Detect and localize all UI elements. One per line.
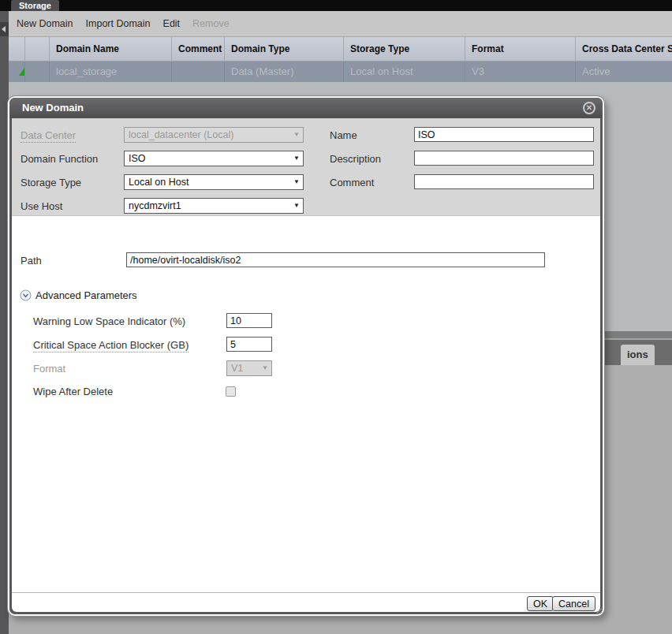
row-domain-type: Data (Master) bbox=[225, 62, 344, 82]
header-domain-name[interactable]: Domain Name bbox=[50, 37, 172, 62]
table-row-local-storage[interactable]: local_storage Data (Master) Local on Hos… bbox=[9, 62, 672, 82]
use-host-select[interactable]: nycdmzvirt1 ▼ bbox=[124, 198, 304, 214]
import-domain-button[interactable]: Import Domain bbox=[86, 18, 151, 29]
storage-type-label: Storage Type bbox=[21, 175, 81, 191]
format-select[interactable]: V1 ▼ bbox=[226, 360, 272, 376]
use-host-label: Use Host bbox=[21, 199, 62, 214]
cancel-button[interactable]: Cancel bbox=[552, 596, 595, 611]
storage-toolbar: New Domain Import Domain Edit Remove bbox=[9, 11, 672, 37]
warning-low-space-input[interactable] bbox=[226, 313, 272, 328]
row-storage-type: Local on Host bbox=[344, 62, 465, 82]
dropdown-arrow-icon: ▼ bbox=[293, 199, 300, 213]
row-format: V3 bbox=[465, 62, 576, 82]
row-comment bbox=[172, 62, 225, 82]
row-alert-cell bbox=[25, 62, 50, 82]
data-center-select[interactable]: local_datacenter (Local) ▼ bbox=[124, 127, 304, 143]
remove-button[interactable]: Remove bbox=[192, 18, 230, 29]
dialog-close-icon[interactable]: ✕ bbox=[583, 102, 595, 114]
header-storage-type[interactable]: Storage Type bbox=[344, 37, 465, 62]
dialog-footer-divider bbox=[12, 592, 600, 593]
dialog-body: Data Center local_datacenter (Local) ▼ D… bbox=[12, 118, 600, 612]
description-input[interactable] bbox=[414, 151, 594, 166]
warning-low-space-label: Warning Low Space Indicator (%) bbox=[33, 314, 185, 330]
storage-table-header: Domain Name Comment Domain Type Storage … bbox=[9, 37, 672, 62]
domain-function-label: Domain Function bbox=[21, 151, 98, 167]
dropdown-arrow-icon: ▼ bbox=[293, 175, 300, 189]
advanced-parameters-toggle[interactable] bbox=[20, 289, 32, 301]
dropdown-arrow-icon: ▼ bbox=[293, 151, 300, 166]
dropdown-arrow-icon: ▼ bbox=[262, 361, 268, 375]
top-tab-bar bbox=[0, 0, 672, 11]
name-input[interactable] bbox=[414, 127, 594, 142]
new-domain-dialog: New Domain ✕ Data Center local_datacente… bbox=[8, 96, 604, 616]
row-domain-name: local_storage bbox=[50, 62, 172, 82]
wipe-after-delete-checkbox[interactable] bbox=[226, 386, 236, 397]
status-up-icon bbox=[19, 68, 25, 76]
header-format[interactable]: Format bbox=[465, 37, 576, 62]
row-cross-status: Active bbox=[576, 62, 672, 82]
comment-label: Comment bbox=[330, 175, 374, 191]
header-alert-col[interactable] bbox=[25, 37, 50, 62]
new-domain-button[interactable]: New Domain bbox=[17, 18, 73, 29]
tab-storage[interactable]: Storage bbox=[11, 0, 59, 11]
header-comment[interactable]: Comment bbox=[172, 37, 225, 62]
path-input[interactable] bbox=[126, 252, 545, 267]
header-cross-data-center-status[interactable]: Cross Data Center S bbox=[576, 37, 672, 62]
advanced-parameters-header[interactable]: Advanced Parameters bbox=[35, 289, 137, 302]
ok-button[interactable]: OK bbox=[527, 596, 554, 611]
panel-collapse-handle[interactable] bbox=[0, 22, 9, 36]
path-label: Path bbox=[21, 253, 42, 269]
dialog-title: New Domain bbox=[9, 98, 603, 118]
data-center-label: Data Center bbox=[21, 128, 76, 144]
critical-space-blocker-input[interactable] bbox=[226, 337, 272, 352]
wipe-after-delete-label: Wipe After Delete bbox=[33, 384, 113, 400]
dropdown-arrow-icon: ▼ bbox=[293, 128, 300, 142]
description-label: Description bbox=[330, 151, 381, 167]
format-label: Format bbox=[33, 361, 65, 377]
domain-function-select[interactable]: ISO ▼ bbox=[124, 151, 304, 166]
comment-input[interactable] bbox=[414, 174, 594, 189]
detail-tab-partial[interactable]: ions bbox=[621, 345, 655, 365]
row-status-cell bbox=[9, 62, 25, 82]
header-domain-type[interactable]: Domain Type bbox=[225, 37, 344, 62]
storage-type-select[interactable]: Local on Host ▼ bbox=[124, 174, 304, 190]
header-status-col[interactable] bbox=[9, 37, 25, 62]
name-label: Name bbox=[330, 128, 357, 144]
critical-space-blocker-label: Critical Space Action Blocker (GB) bbox=[33, 338, 189, 353]
edit-button[interactable]: Edit bbox=[163, 18, 181, 29]
chevron-down-circle-icon bbox=[20, 289, 32, 301]
collapse-left-icon bbox=[2, 26, 6, 32]
